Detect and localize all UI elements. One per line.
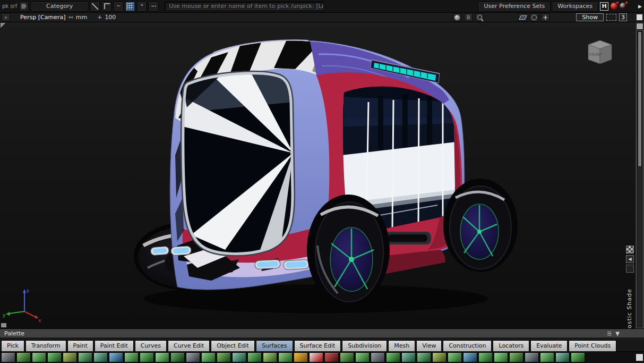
more-pick-options-icon[interactable]: ••• [149,2,158,11]
shelf-tool-icon[interactable] [371,352,385,362]
shelf-tool-icon[interactable] [494,352,508,362]
shelf-tool-icon[interactable] [232,352,246,362]
toolbar-expand-icon[interactable]: ▶ [638,4,642,9]
palette-tab[interactable]: Mesh [388,340,415,351]
shelf-tool-icon[interactable] [278,352,293,362]
palette-tab[interactable]: Curve Edit [168,340,210,351]
shelf-tool-icon[interactable] [93,352,108,362]
marquee-select-button[interactable] [606,14,616,21]
category-dropdown[interactable]: Category [31,2,88,11]
render-visualize-icon[interactable] [453,13,461,21]
shelf-tool-icon[interactable] [247,352,262,362]
palette-tab[interactable]: Transform [25,340,66,351]
pick-surface-icon[interactable] [125,2,135,11]
shelf-tool-icon[interactable] [109,352,123,362]
render-3d-vehicle[interactable] [0,22,635,328]
pick-object-icon[interactable] [102,2,111,11]
shelf-tool-icon[interactable] [555,352,570,362]
pick-curve-icon[interactable]: ~ [114,2,123,11]
shelf-tool-icon[interactable] [432,352,446,362]
shelf-tool-icon[interactable] [47,352,62,362]
shelf-tool-icon[interactable] [386,352,400,362]
shelf-tool-icon[interactable] [170,352,185,362]
view-cube[interactable]: FRONT [584,37,615,66]
shelf-tool-icon[interactable] [509,352,523,362]
shelf-tool-icon[interactable] [324,352,339,362]
list-view-icon[interactable]: ☰ [607,331,612,336]
texture-toggle-icon[interactable] [626,246,634,254]
pick-point-icon[interactable]: * [137,2,147,11]
shelf-tool-icon[interactable] [1,352,15,362]
palette-tab[interactable]: Pick [1,340,24,351]
shelf-tool-icon[interactable] [478,352,493,362]
palette-tab[interactable]: Point Clouds [569,340,616,351]
shelf-tool-icon[interactable] [448,352,462,362]
shelf-tool-icon[interactable] [63,352,77,362]
shelf-scroll-button[interactable] [636,354,643,361]
shelf-tool-icon[interactable] [340,352,354,362]
user-preference-sets-button[interactable]: User Preference Sets [478,2,550,11]
zoom-icon[interactable] [475,13,484,21]
palette-tab[interactable]: Paint Edit [95,340,134,351]
shelf-tool-icon[interactable] [417,352,431,362]
shelf-tool-icon[interactable] [201,352,216,362]
detail-level-button[interactable]: 3 [619,13,627,21]
close-view-icon[interactable]: × [2,13,10,21]
shelf-tool-icon[interactable] [355,352,370,362]
palette-tab[interactable]: View [416,340,442,351]
render-material-ball-icon[interactable] [611,3,617,10]
grid-size-value[interactable]: 100 [105,14,116,21]
palette-tab[interactable]: Surfaces [256,340,293,351]
camera-view-label[interactable]: Persp [Camera] [20,14,66,21]
perspective-viewport[interactable]: FRONT z y x ◀ os [0,22,635,328]
viewcube-face-label[interactable]: FRONT [589,53,603,57]
shelf-tool-icon[interactable] [263,352,277,362]
shelf-tool-icon[interactable] [32,352,46,362]
render-shader-ball-icon[interactable] [620,3,626,10]
shelf-tool-icon[interactable] [124,352,139,362]
shelf-tool-icon[interactable] [155,352,169,362]
shelf-tool-icon[interactable] [309,352,323,362]
turntable-icon[interactable] [530,13,538,21]
shelf-tool-icon[interactable] [540,352,554,362]
history-toggle-icon[interactable]: H [600,2,608,11]
shelf-tool-icon[interactable] [217,352,231,362]
units-label[interactable]: mm [76,14,87,21]
shelf-tool-icon[interactable] [463,352,477,362]
shelf-tool-icon[interactable] [571,352,585,362]
shelf-tool-icon[interactable] [294,352,308,362]
palette-tab[interactable]: Locators [493,340,529,351]
shelf-tool-icon[interactable] [16,352,31,362]
collapse-palette-icon[interactable]: ▼ [615,331,620,336]
viewport-corner-handle[interactable] [1,23,5,28]
pick-nothing-icon[interactable] [90,2,100,11]
scrollbar-thumb[interactable] [638,31,642,167]
palette-tab[interactable]: Subdivision [342,340,387,351]
prompt-line[interactable]: Use mouse or enter name of item to pick … [165,2,324,11]
diagnostic-shading-icon[interactable]: B [464,13,473,21]
scrollbar-track[interactable] [637,31,642,327]
palette-tab[interactable]: Paint [67,340,93,351]
shelf-tool-icon[interactable] [78,352,92,362]
shelf-tool-icon[interactable] [186,352,200,362]
show-menu-button[interactable]: Show [576,13,604,21]
palette-tab[interactable]: Construction [443,340,492,351]
palette-tab[interactable]: Surface Edit [294,340,341,351]
pan-view-icon[interactable]: + [541,13,549,21]
viewport-resize-handle[interactable] [1,323,6,327]
shelf-tool-icon[interactable] [401,352,416,362]
workspaces-button[interactable]: Workspaces [552,2,598,11]
palette-tab[interactable]: Evaluate [530,340,568,351]
selection-box-icon[interactable] [626,265,634,273]
scroll-top-button[interactable] [636,23,643,30]
maximize-view-icon[interactable] [637,14,642,20]
shelf-tool-icon[interactable] [140,352,154,362]
category-filter-icon[interactable] [19,2,29,11]
diagnostic-shade-label[interactable]: ostic Shade [626,289,633,328]
palette-tab[interactable]: Curves [135,340,167,351]
palette-titlebar[interactable]: Palette ☰ ▼ [0,328,644,337]
palette-tab[interactable]: Object Edit [211,340,255,351]
shelf-tool-icon[interactable] [525,352,539,362]
ground-plane-icon[interactable] [519,13,527,21]
collapse-panel-icon[interactable]: ◀ [626,255,634,263]
